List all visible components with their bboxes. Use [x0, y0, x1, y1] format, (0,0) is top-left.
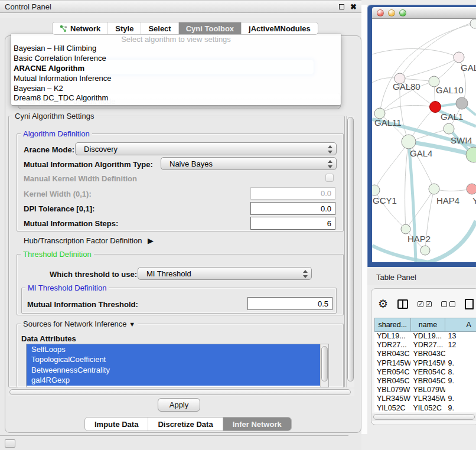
network-node-hap4[interactable]: [429, 184, 439, 194]
column-header[interactable]: name: [411, 318, 446, 332]
table-row[interactable]: YDR27...YDR27...12: [374, 341, 476, 350]
network-node[interactable]: [470, 19, 476, 28]
node-label: HAP2: [407, 234, 431, 244]
settings-vscrollbar-thumb[interactable]: [347, 117, 354, 381]
zoom-button[interactable]: [399, 9, 406, 17]
attribute-item-selected[interactable]: SelfLoops: [27, 344, 320, 354]
table-row[interactable]: YLR345WYLR345W9.: [374, 394, 476, 403]
checked-pair-icon[interactable]: ✓✓: [418, 301, 432, 307]
expand-right-icon[interactable]: ▶: [148, 236, 154, 245]
node-label: GAL: [461, 63, 476, 73]
which-threshold-label: Which threshold to use:: [50, 270, 137, 279]
algorithm-option[interactable]: Bayesian – Hill Climbing: [11, 44, 341, 54]
columns-icon[interactable]: [397, 299, 408, 309]
table-row[interactable]: YBL079WYBL079W: [374, 386, 476, 394]
settings-hscrollbar[interactable]: [8, 389, 354, 396]
algorithm-option[interactable]: ARACNE Algorithm: [11, 64, 341, 74]
table-cell: YDR27...: [374, 341, 410, 350]
apply-button[interactable]: Apply: [158, 398, 200, 412]
table-row[interactable]: YDL19...YDL19...13: [374, 332, 476, 341]
attribute-item-selected[interactable]: BetweennessCentrality: [27, 365, 320, 375]
table-cell: [445, 386, 476, 394]
table-cell: YBR045C: [374, 377, 410, 386]
table-hscrollbar-thumb[interactable]: [373, 414, 475, 420]
traffic-lights: [377, 9, 410, 17]
network-node-swi4[interactable]: [444, 123, 454, 134]
network-node-hap2[interactable]: [401, 224, 410, 234]
control-panel-tabs: Network Style Select Cyni Toolbox jActiv…: [52, 22, 318, 35]
network-node-gal1[interactable]: [430, 102, 441, 113]
algorithm-option[interactable]: Basic Correlation Inference: [11, 54, 341, 64]
gear-icon[interactable]: ⚙: [378, 298, 388, 310]
close-icon[interactable]: ✖: [350, 2, 357, 11]
table-panel-title: Table Panel: [376, 273, 416, 282]
dropdown-prompt: Select algorithm to view settings: [11, 35, 341, 44]
table-cell: YER054C: [410, 368, 445, 377]
file-icon[interactable]: [465, 299, 474, 309]
network-node-gal[interactable]: [454, 52, 464, 63]
table-cell: YLR345W: [410, 394, 445, 403]
tab-style[interactable]: Style: [108, 22, 141, 34]
screen: Control Panel ✖ Network Style Select Cyn…: [0, 0, 476, 450]
table-panel-titlebar: Table Panel: [367, 269, 476, 285]
algorithm-option[interactable]: Mutual Information Inference: [11, 74, 341, 84]
hub-definition-expander[interactable]: Hub/Transcription Factor Definition ▶: [24, 236, 154, 245]
manual-kernel-checkbox[interactable]: [325, 174, 334, 182]
network-node[interactable]: [420, 246, 430, 255]
which-threshold-combo[interactable]: MI Threshold: [138, 267, 312, 280]
panel-collapse-button[interactable]: [5, 439, 15, 448]
table-cell: 13: [445, 332, 476, 341]
mi-steps-field[interactable]: 6: [250, 217, 335, 230]
mi-threshold-field[interactable]: 0.5: [247, 297, 332, 310]
attributes-vscrollbar[interactable]: [320, 344, 328, 387]
settings-hscrollbar-thumb[interactable]: [9, 389, 351, 395]
network-node-y[interactable]: [467, 184, 476, 194]
mi-steps-label: Mutual Information Steps:: [24, 219, 118, 228]
algorithm-option[interactable]: Dream8 DC_TDC Algorithm: [11, 93, 341, 103]
attribute-item-selected[interactable]: gal4RGexp: [27, 375, 320, 385]
tab-network[interactable]: Network: [53, 22, 108, 34]
tab-discretize-data[interactable]: Discretize Data: [148, 418, 223, 431]
table-row[interactable]: YBR045CYBR045C9.: [374, 377, 476, 386]
column-header[interactable]: shared...: [374, 318, 411, 332]
data-attributes-list: SelfLoopsTopologicalCoefficientBetweenne…: [26, 344, 329, 387]
table-row[interactable]: YBR043CYBR043C: [374, 350, 476, 358]
attribute-item-selected[interactable]: TopologicalCoefficient: [27, 354, 320, 364]
network-node-gal4[interactable]: [402, 135, 416, 149]
table-row[interactable]: YPR145WYPR145W9.: [374, 359, 476, 368]
network-edge: [372, 48, 459, 57]
table-row[interactable]: YIL052CYIL052C9.: [374, 404, 476, 413]
algorithm-option[interactable]: Bayesian – K2: [11, 84, 341, 94]
tab-select[interactable]: Select: [141, 22, 178, 34]
float-icon[interactable]: [339, 4, 344, 9]
table-row[interactable]: YER054CYER054C8.: [374, 368, 476, 377]
kernel-width-field[interactable]: 0.0: [250, 187, 335, 200]
node-label: SWI4: [451, 135, 472, 145]
manual-kernel-label: Manual Kernel Width Definition: [24, 174, 137, 183]
unchecked-pair-icon[interactable]: [441, 301, 455, 307]
table-cell: YDL19...: [374, 332, 410, 341]
tab-jactivemnodules[interactable]: jActiveMNodules: [242, 22, 318, 34]
mi-threshold-group-title: MI Threshold Definition: [25, 283, 109, 292]
table-hscrollbar[interactable]: [372, 413, 476, 421]
mi-type-combo[interactable]: Naive Bayes: [161, 157, 337, 170]
network-node[interactable]: [456, 97, 468, 109]
tab-cyni-toolbox[interactable]: Cyni Toolbox: [179, 22, 242, 34]
dpi-tolerance-field[interactable]: 0.0: [250, 202, 335, 215]
table-cell: 9.: [445, 394, 476, 403]
aracne-mode-combo[interactable]: Discovery: [75, 142, 337, 155]
tab-impute-data[interactable]: Impute Data: [85, 418, 148, 431]
algorithm-dropdown-list: Bayesian – Hill ClimbingBasic Correlatio…: [11, 44, 341, 103]
network-view-canvas[interactable]: GALGAL80GAL10GAL1GAL11SWI4GAL4GCY1HAP4YH…: [372, 19, 476, 262]
control-panel-titlebar: Control Panel ✖: [0, 0, 361, 13]
minimize-button[interactable]: [388, 9, 395, 17]
settings-vscrollbar[interactable]: [346, 116, 354, 387]
network-window-titlebar[interactable]: [372, 7, 476, 19]
attributes-vscrollbar-thumb[interactable]: [321, 346, 328, 381]
table-cell: 9.: [445, 404, 476, 413]
tab-infer-network[interactable]: Infer Network: [223, 418, 291, 431]
close-button[interactable]: [377, 9, 384, 17]
column-header[interactable]: A: [445, 318, 476, 332]
network-node-gcy1[interactable]: [372, 185, 380, 195]
collapse-down-icon[interactable]: ▼: [129, 321, 135, 328]
